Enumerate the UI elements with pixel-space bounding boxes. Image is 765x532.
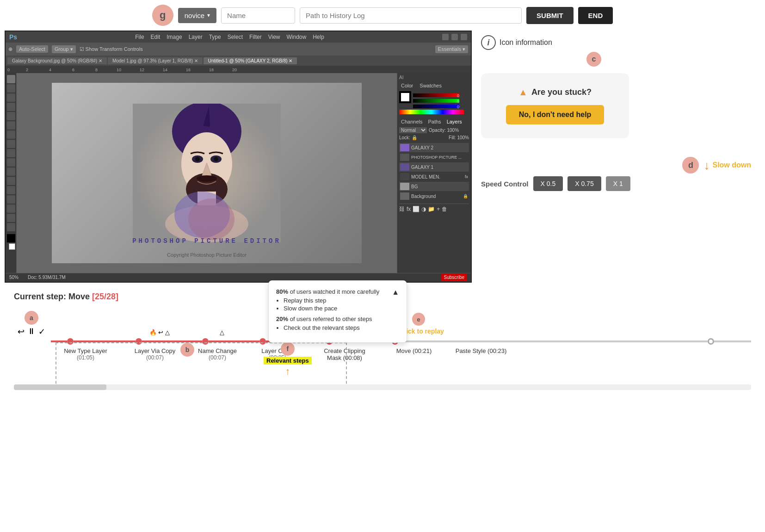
layer-galaxy1[interactable]: GALAXY 1 bbox=[399, 162, 469, 172]
current-step-number: [25/28] bbox=[92, 292, 118, 301]
no-help-button[interactable]: No, I don't need help bbox=[506, 105, 605, 124]
history-log-input[interactable] bbox=[300, 7, 522, 24]
layer-photoshop-text[interactable]: PHOTOSHOP PICTURE ... bbox=[399, 153, 469, 162]
pen-tool[interactable] bbox=[7, 177, 15, 185]
layers-tab[interactable]: Layers bbox=[445, 118, 464, 125]
menu-view[interactable]: View bbox=[268, 34, 280, 40]
step7-dot[interactable] bbox=[708, 338, 714, 345]
eyedropper-tool[interactable] bbox=[7, 93, 15, 102]
path-select[interactable] bbox=[7, 195, 15, 204]
tab-galaxy-bg[interactable]: Galaxy Background.jpg @ 50% (RGB/8#) ✕ bbox=[7, 57, 107, 64]
arrow-down-icon: ↓ bbox=[703, 159, 709, 171]
close-button[interactable] bbox=[461, 34, 467, 40]
subscribe-button[interactable]: Subscribe bbox=[441, 274, 467, 281]
layer-galaxy2[interactable]: GALAXY 2 bbox=[399, 143, 469, 152]
brush-tool[interactable] bbox=[7, 112, 15, 120]
layer-background[interactable]: Background 🔒 bbox=[399, 192, 469, 201]
mask-icon[interactable]: ⬜ bbox=[413, 206, 420, 212]
layer-model-men[interactable]: MODEL MEN. fx bbox=[399, 172, 469, 181]
adjustment-icon[interactable]: ◑ bbox=[421, 206, 426, 212]
horizontal-scrollbar[interactable] bbox=[14, 384, 751, 390]
clone-tool[interactable] bbox=[7, 121, 15, 130]
delete-layer-icon[interactable]: 🗑 bbox=[442, 206, 447, 212]
canvas-copyright: Copyright Photoshop Picture Editor bbox=[52, 250, 362, 259]
layer-lock-row: Lock: 🔒 Fill: 100% bbox=[399, 135, 469, 140]
svg-text:10: 10 bbox=[117, 68, 121, 72]
menu-window[interactable]: Window bbox=[287, 34, 307, 40]
submit-button[interactable]: SUBMIT bbox=[526, 7, 574, 24]
menu-filter[interactable]: Filter bbox=[249, 34, 262, 40]
menu-edit[interactable]: Edit bbox=[151, 34, 160, 40]
foreground-color[interactable] bbox=[7, 234, 15, 242]
svg-text:4: 4 bbox=[49, 68, 51, 72]
group-option[interactable]: Group ▾ bbox=[52, 45, 76, 53]
minimize-button[interactable] bbox=[442, 34, 449, 40]
svg-text:0: 0 bbox=[457, 105, 459, 109]
end-button[interactable]: END bbox=[578, 7, 613, 24]
new-layer-icon[interactable]: + bbox=[437, 206, 440, 212]
circle-badge-c: c bbox=[586, 52, 601, 67]
stuck-card-wrapper: c ▲ Are you stuck? No, I don't need help bbox=[481, 59, 629, 138]
scrollbar-thumb[interactable] bbox=[14, 384, 106, 390]
icon-info-row: i Icon information bbox=[481, 35, 552, 50]
layer-bg[interactable]: BG bbox=[399, 182, 469, 191]
layer-style-icon[interactable]: fx bbox=[407, 206, 411, 212]
link-layers-icon[interactable]: ⛓ bbox=[399, 206, 405, 212]
tooltip-percent-a: 80% bbox=[276, 288, 288, 295]
menu-image[interactable]: Image bbox=[167, 34, 182, 40]
eraser-tool[interactable] bbox=[7, 140, 15, 148]
maximize-button[interactable] bbox=[451, 34, 458, 40]
hand-tool[interactable] bbox=[7, 214, 15, 222]
tooltip-scroll-up[interactable]: ▲ bbox=[392, 288, 399, 297]
blur-tool[interactable] bbox=[7, 158, 15, 167]
svg-text:12: 12 bbox=[140, 68, 144, 72]
healing-tool[interactable] bbox=[7, 103, 15, 111]
icon-info-label: Icon information bbox=[500, 38, 552, 47]
transform-controls-checkbox[interactable]: ☑ Show Transform Controls bbox=[80, 46, 143, 52]
dodge-tool[interactable] bbox=[7, 167, 15, 176]
history-brush[interactable] bbox=[7, 130, 15, 139]
ps-canvas-area[interactable]: PHOTOSHOP PICTURE EDITOR Copyright Photo… bbox=[17, 73, 397, 273]
speed-05-button[interactable]: X 0.5 bbox=[533, 176, 563, 191]
paths-tab[interactable]: Paths bbox=[426, 118, 443, 125]
ps-canvas: PHOTOSHOP PICTURE EDITOR Copyright Photo… bbox=[52, 83, 362, 263]
tab-untitled-active[interactable]: Untitled-1 @ 50% (GALAXY 2, RGB/8) ✕ bbox=[204, 57, 297, 64]
tooltip-content: 80% of users watched it more carefully R… bbox=[276, 288, 379, 335]
group-layers-icon[interactable]: 📁 bbox=[428, 206, 435, 212]
zoom-level: 50% bbox=[9, 275, 19, 280]
header-bar: g novice SUBMIT END bbox=[0, 0, 765, 31]
info-icon-circle[interactable]: i bbox=[481, 35, 496, 50]
ps-document-tabs: Galaxy Background.jpg @ 50% (RGB/8#) ✕ M… bbox=[6, 56, 471, 66]
menu-help[interactable]: Help bbox=[313, 34, 324, 40]
blend-mode-select[interactable]: Normal bbox=[399, 127, 427, 133]
svg-rect-36 bbox=[413, 105, 459, 108]
color-panel-tab[interactable]: Color bbox=[399, 82, 415, 89]
speed-075-button[interactable]: X 0.75 bbox=[568, 176, 601, 191]
type-tool[interactable] bbox=[7, 186, 15, 194]
auto-select-option[interactable]: Auto-Select bbox=[16, 45, 48, 53]
level-dropdown[interactable]: novice bbox=[178, 8, 216, 23]
tooltip-percent-b-row: 20% of users referred to other steps bbox=[276, 315, 379, 322]
ps-panel-tabs-color: Color Swatches bbox=[399, 82, 469, 89]
crop-tool[interactable] bbox=[7, 84, 15, 93]
circle-badge-e: e bbox=[412, 313, 425, 326]
arrow-up-relevant-icon: ↑ bbox=[285, 365, 290, 377]
name-input[interactable] bbox=[221, 7, 295, 24]
swatches-panel-tab[interactable]: Swatches bbox=[418, 82, 444, 89]
tooltip-percent-a-row: 80% of users watched it more carefully bbox=[276, 288, 379, 295]
channels-tab[interactable]: Channels bbox=[399, 118, 424, 125]
gradient-tool[interactable] bbox=[7, 149, 15, 157]
menu-select[interactable]: Select bbox=[228, 34, 243, 40]
menu-type[interactable]: Type bbox=[209, 34, 221, 40]
background-color[interactable] bbox=[9, 243, 15, 250]
tab-model1[interactable]: Model 1.jpg @ 97.3% (Layer 1, RGB/8) ✕ bbox=[108, 57, 203, 64]
menu-layer[interactable]: Layer bbox=[189, 34, 203, 40]
zoom-tool[interactable] bbox=[7, 223, 15, 231]
tooltip-inner: 80% of users watched it more carefully R… bbox=[276, 288, 399, 335]
shape-tool[interactable] bbox=[7, 204, 15, 213]
speed-1-button[interactable]: X 1 bbox=[606, 176, 630, 191]
canvas-title: PHOTOSHOP PICTURE EDITOR bbox=[52, 236, 362, 245]
menu-file[interactable]: File bbox=[135, 34, 144, 40]
selection-tool[interactable] bbox=[7, 75, 15, 83]
essentials-button[interactable]: Essentials ▾ bbox=[435, 45, 468, 53]
